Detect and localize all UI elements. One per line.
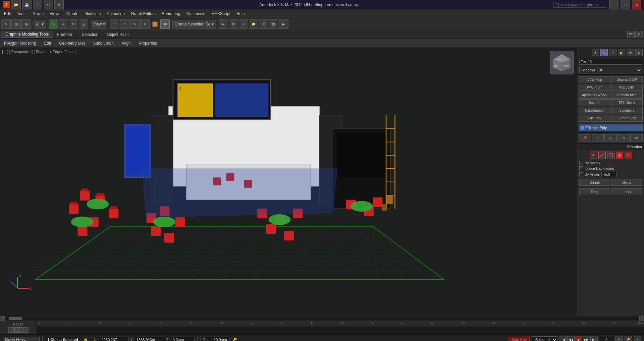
close-btn[interactable]: ✕ bbox=[632, 0, 641, 9]
transport-play[interactable]: ▶ bbox=[575, 336, 582, 341]
shrink-btn[interactable]: Shrink bbox=[579, 179, 610, 186]
border-sel-btn[interactable] bbox=[607, 152, 614, 159]
transport-prev-start[interactable]: |◀ bbox=[559, 336, 567, 341]
timeline-scroll-left[interactable]: < bbox=[0, 316, 5, 321]
transport-next-end[interactable]: ▶| bbox=[590, 336, 598, 341]
modifier-unwrap-uvw[interactable]: Unwrap UVW bbox=[611, 76, 643, 83]
timeline-nav-left[interactable]: < bbox=[8, 327, 14, 333]
menu-help[interactable]: Help bbox=[234, 11, 248, 17]
menu-edit[interactable]: Edit bbox=[1, 11, 14, 17]
menu-modifiers[interactable]: Modifiers bbox=[82, 11, 104, 17]
timeline-scroll-thumb[interactable] bbox=[9, 317, 22, 320]
transport-next-key[interactable]: ▶▶ bbox=[583, 336, 590, 341]
graphite-tab-freeform[interactable]: Freeform bbox=[53, 31, 77, 38]
edge-sel-btn[interactable] bbox=[598, 152, 606, 159]
maximize-btn[interactable]: □ bbox=[621, 0, 630, 9]
quick-render[interactable]: QR bbox=[160, 19, 170, 29]
ring-btn[interactable]: Ring bbox=[579, 188, 610, 195]
move-btn[interactable]: ✛ bbox=[59, 19, 68, 29]
viewport[interactable]: [ + ] [ Perspective ] [ Shaded + Edged F… bbox=[0, 48, 577, 316]
display-icon[interactable]: 👁 bbox=[627, 49, 634, 56]
modifier-stl-check[interactable]: STL Check bbox=[611, 99, 643, 106]
create-selection-dropdown[interactable]: Create Selection Se ▾ bbox=[172, 20, 216, 29]
snap-3d[interactable]: 3 bbox=[110, 19, 119, 29]
menu-maxscript[interactable]: MAXScript bbox=[209, 11, 233, 17]
menu-graph-editors[interactable]: Graph Editors bbox=[128, 11, 158, 17]
by-vertex-checkbox[interactable] bbox=[579, 161, 583, 165]
timeline-nav-right[interactable]: > bbox=[23, 327, 29, 333]
open-file-btn[interactable]: 📂 bbox=[11, 0, 21, 9]
timeline-cursor[interactable]: │ bbox=[14, 327, 22, 333]
search-input[interactable] bbox=[553, 2, 607, 8]
transport-prev-key[interactable]: ◀◀ bbox=[567, 336, 575, 341]
hierarchy-icon[interactable]: ⊞ bbox=[609, 49, 616, 56]
menu-group[interactable]: Group bbox=[30, 11, 46, 17]
hold-btn[interactable]: H bbox=[54, 0, 64, 9]
by-angle-checkbox[interactable] bbox=[579, 172, 583, 176]
timeline-bar[interactable] bbox=[37, 327, 644, 334]
rotate-btn[interactable]: ↻ bbox=[69, 19, 78, 29]
graphite-tab-modeling[interactable]: Graphite Modeling Tools bbox=[1, 31, 53, 38]
modifier-mapscaler[interactable]: MapScaler bbox=[611, 84, 643, 91]
max-to-physx-btn[interactable]: Max to Physc. bbox=[3, 337, 40, 341]
graphite-tab-object-paint[interactable]: Object Paint bbox=[103, 31, 132, 38]
redo-btn[interactable]: ↪ bbox=[44, 0, 53, 9]
ignore-backfacing-checkbox[interactable] bbox=[579, 166, 583, 170]
modifier-uvw-map[interactable]: UVW Map bbox=[579, 76, 610, 83]
timeline-scroll-track[interactable] bbox=[5, 317, 639, 320]
selected-dropdown[interactable]: Selected bbox=[532, 336, 557, 341]
ribbon-subdivision[interactable]: Subdivision bbox=[91, 40, 115, 46]
modifier-edit-poly[interactable]: Edit Poly bbox=[579, 115, 610, 122]
undo-btn[interactable]: ↩ bbox=[33, 0, 42, 9]
snap-spinner[interactable]: ⊞ bbox=[140, 19, 150, 29]
lock-icon[interactable]: 🔒 bbox=[83, 337, 88, 341]
motion-icon[interactable]: ▶ bbox=[618, 49, 625, 56]
x-coord-input[interactable] bbox=[99, 337, 129, 341]
snap-toggle[interactable]: S bbox=[120, 19, 129, 29]
ribbon-properties[interactable]: Properties bbox=[137, 40, 159, 46]
rendered-frame[interactable]: 🖼 bbox=[269, 19, 278, 29]
remove-modifier-btn[interactable]: ✕ bbox=[618, 134, 630, 141]
menu-create[interactable]: Create bbox=[64, 11, 81, 17]
object-name-input[interactable] bbox=[579, 59, 642, 65]
grow-btn[interactable]: Grow bbox=[611, 179, 642, 186]
timeline-track[interactable]: 0 5 10 15 20 25 30 35 40 45 50 55 60 65 … bbox=[37, 321, 644, 334]
timeline-scroll-right[interactable]: > bbox=[639, 316, 644, 321]
minimize-btn[interactable]: ─ bbox=[609, 0, 619, 9]
layer-btn[interactable]: ≡ bbox=[239, 19, 248, 29]
frame-input[interactable] bbox=[600, 337, 613, 341]
loop-btn[interactable]: Loop bbox=[611, 188, 642, 195]
settings-icon[interactable]: ⚙ bbox=[635, 31, 643, 38]
key-icon[interactable]: 🔑 bbox=[232, 337, 237, 341]
modifier-smooth[interactable]: Smooth bbox=[579, 99, 610, 106]
open-explorer[interactable]: 📁 bbox=[249, 19, 258, 29]
modifier-apscaler[interactable]: apScaler (WSM) bbox=[579, 92, 610, 99]
wire-color[interactable] bbox=[152, 21, 158, 27]
time-config-btn[interactable]: ⚙ bbox=[615, 336, 623, 341]
create-icon[interactable]: ✦ bbox=[592, 49, 599, 56]
selection-section-header[interactable]: ─ Selection bbox=[577, 143, 644, 150]
element-sel-btn[interactable] bbox=[625, 152, 632, 159]
mirror-btn[interactable]: ⇆ bbox=[219, 19, 228, 29]
menu-tools[interactable]: Tools bbox=[14, 11, 29, 17]
auto-key-btn[interactable]: Auto Key bbox=[508, 337, 530, 341]
menu-rendering[interactable]: Rendering bbox=[159, 11, 183, 17]
scale-btn[interactable]: ⊿ bbox=[79, 19, 88, 29]
menu-views[interactable]: Views bbox=[47, 11, 63, 17]
nav-cube[interactable]: TOP LEFT FRONT bbox=[550, 51, 574, 74]
polygon-sel-btn[interactable] bbox=[616, 152, 623, 159]
menu-animation[interactable]: Animation bbox=[104, 11, 127, 17]
modifier-list-dropdown[interactable]: Modifier List bbox=[579, 67, 642, 73]
app-logo[interactable]: A bbox=[3, 1, 10, 8]
select-lasso[interactable]: ⊙ bbox=[21, 19, 31, 29]
menu-customize[interactable]: Customize bbox=[183, 11, 208, 17]
select-region[interactable]: ⊡ bbox=[11, 19, 21, 29]
ribbon-polygon-modeling[interactable]: Polygon Modeling bbox=[2, 40, 38, 46]
modify-icon[interactable]: 🔧 bbox=[600, 49, 608, 56]
y-coord-input[interactable] bbox=[135, 337, 165, 341]
vertex-sel-btn[interactable] bbox=[590, 152, 597, 159]
key-mode-btn[interactable]: 🔑 bbox=[625, 336, 632, 341]
pin-stack-btn[interactable]: 📌 bbox=[579, 134, 591, 141]
ribbon-geometry-all[interactable]: Geometry (All) bbox=[57, 40, 87, 46]
filter-btn[interactable]: ≡ bbox=[634, 336, 641, 341]
